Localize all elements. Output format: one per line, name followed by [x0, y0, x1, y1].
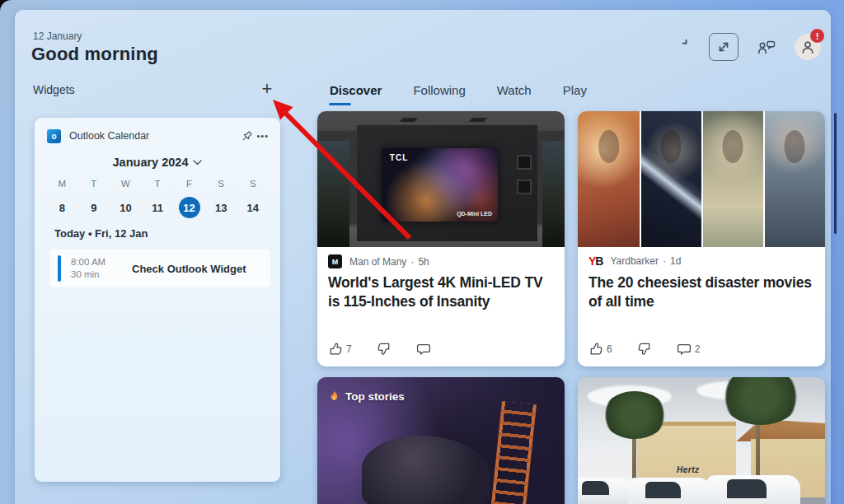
tab-watch[interactable]: Watch — [495, 82, 533, 105]
calendar-date-13[interactable]: 13 — [205, 197, 237, 218]
article-headline: World's Largest 4K Mini-LED TV is 115-In… — [328, 273, 554, 311]
calendar-date-10[interactable]: 10 — [110, 197, 142, 218]
widgets-section-label: Widgets — [33, 83, 75, 96]
weekday-label: T — [78, 179, 110, 189]
thumbs-up-icon — [588, 342, 603, 357]
feedback-button[interactable] — [757, 39, 776, 56]
weekday-row: M T W T F S S — [46, 179, 269, 189]
weekday-label: T — [142, 179, 174, 189]
refresh-button[interactable] — [673, 38, 691, 56]
widget-more-options-button[interactable]: ••• — [255, 129, 270, 142]
weekday-label: M — [46, 179, 78, 189]
expand-icon — [716, 40, 731, 54]
tv-brand-text: TCL — [390, 153, 408, 162]
tab-following[interactable]: Following — [411, 82, 467, 105]
hertz-sign-text: Hertz — [677, 465, 700, 474]
scrollbar-thumb[interactable] — [834, 113, 837, 234]
like-count: 7 — [346, 343, 352, 355]
hertz-article-card[interactable]: Hertz — [578, 377, 825, 504]
top-stories-label-row: Top stories — [329, 390, 405, 403]
source-name: Yardbarker — [610, 255, 658, 267]
event-duration: 30 min — [71, 268, 117, 281]
notification-badge: ! — [810, 29, 824, 43]
dislike-button[interactable] — [637, 342, 652, 357]
thumbs-up-icon — [328, 342, 343, 357]
weekday-label: S — [237, 179, 269, 189]
calendar-date-14[interactable]: 14 — [237, 197, 269, 218]
event-time: 8:00 AM — [71, 256, 117, 268]
tab-play[interactable]: Play — [561, 82, 588, 105]
thumbs-down-icon — [377, 342, 392, 357]
header-date: 12 January — [33, 30, 82, 42]
tv-tech-text: QD-Mini LED — [457, 211, 492, 217]
hertz-building-image: Hertz — [578, 377, 825, 504]
top-stories-card[interactable]: Top stories ‹ › — [317, 377, 565, 504]
feed-tabs: Discover Following Watch Play — [328, 82, 588, 105]
man-of-many-logo: M — [328, 254, 342, 268]
widgets-board-screen: 12 January Good morning ! Widgets + — [0, 0, 844, 504]
comment-button[interactable] — [416, 342, 434, 357]
event-title: Check Outlook Widget — [132, 263, 246, 275]
calendar-date-8[interactable]: 8 — [46, 197, 78, 218]
date-row: 8 9 10 11 12 13 14 — [46, 197, 269, 218]
more-options-icon: ••• — [256, 131, 269, 141]
tab-discover[interactable]: Discover — [328, 82, 383, 105]
comment-icon — [416, 342, 431, 357]
source-name: Man of Many — [349, 256, 406, 268]
like-button[interactable]: 6 — [588, 342, 612, 357]
calendar-date-11[interactable]: 11 — [142, 197, 174, 218]
calendar-widget-title: Outlook Calendar — [69, 130, 149, 142]
add-widget-button[interactable]: + — [254, 77, 280, 101]
feedback-icon — [757, 39, 776, 56]
greeting-title: Good morning — [31, 44, 158, 65]
like-count: 6 — [607, 343, 612, 355]
meta-separator: · — [410, 256, 414, 268]
article-age: 5h — [418, 256, 429, 268]
article-age: 1d — [670, 255, 681, 267]
news-card-man-of-many[interactable]: TCL QD-Mini LED M Man of Many · 5h World… — [317, 111, 565, 366]
yardbarker-logo: YB — [588, 254, 603, 268]
pin-widget-button[interactable] — [239, 128, 255, 144]
pin-icon — [241, 130, 253, 142]
refresh-icon — [673, 38, 691, 56]
comment-button[interactable]: 2 — [677, 342, 701, 357]
comment-count: 2 — [695, 343, 701, 355]
thumbs-down-icon — [637, 342, 652, 357]
event-color-bar — [58, 255, 61, 282]
dislike-button[interactable] — [377, 342, 392, 357]
weekday-label: F — [173, 179, 205, 189]
calendar-event-item[interactable]: 8:00 AM 30 min Check Outlook Widget — [49, 250, 270, 287]
chevron-down-icon — [193, 160, 202, 166]
news-card-yardbarker[interactable]: YB Yardbarker · 1d The 20 cheesiest disa… — [578, 111, 825, 366]
month-selector[interactable]: January 2024 — [35, 156, 280, 169]
expand-view-button[interactable] — [709, 33, 738, 61]
reactions-row: 6 2 — [588, 342, 700, 357]
like-button[interactable]: 7 — [328, 342, 352, 357]
toolbar: ! — [673, 33, 821, 61]
month-label: January 2024 — [113, 156, 189, 169]
top-stories-label: Top stories — [345, 390, 405, 403]
calendar-date-12-selected[interactable]: 12 — [173, 197, 205, 218]
calendar-widget-header: o Outlook Calendar ••• — [47, 128, 270, 144]
tv-screen: TCL QD-Mini LED — [382, 148, 498, 222]
fire-icon — [329, 390, 340, 403]
source-row: YB Yardbarker · 1d — [588, 254, 681, 268]
article-headline: The 20 cheesiest disaster movies of all … — [588, 273, 814, 311]
reactions-row: 7 — [328, 342, 434, 357]
today-heading: Today • Fri, 12 Jan — [54, 227, 148, 240]
weekday-label: S — [205, 179, 237, 189]
comment-icon — [677, 342, 692, 357]
article-image-tcl-tv: TCL QD-Mini LED — [317, 111, 565, 247]
event-time-column: 8:00 AM 30 min — [71, 256, 117, 281]
outlook-calendar-widget: o Outlook Calendar ••• January 2024 M T … — [35, 118, 280, 482]
article-image-movie-collage — [578, 111, 825, 247]
meta-separator: · — [663, 255, 666, 267]
outlook-calendar-icon: o — [47, 129, 61, 143]
profile-button[interactable]: ! — [795, 34, 821, 60]
source-row: M Man of Many · 5h — [328, 254, 429, 268]
weekday-label: W — [110, 179, 142, 189]
calendar-date-9[interactable]: 9 — [78, 197, 110, 218]
